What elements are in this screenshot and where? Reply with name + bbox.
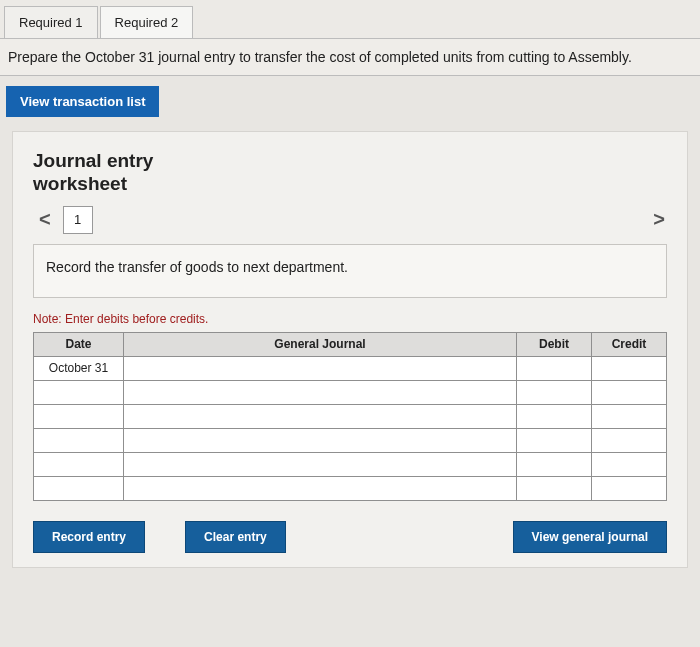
worksheet-title-line2: worksheet <box>33 173 127 194</box>
cell-general-journal[interactable] <box>124 428 517 452</box>
worksheet-title: Journal entry worksheet <box>33 150 667 196</box>
debits-before-credits-note: Note: Enter debits before credits. <box>33 312 667 326</box>
cell-date[interactable] <box>34 476 124 500</box>
table-row <box>34 404 667 428</box>
entry-nav: < 1 > <box>33 206 667 234</box>
cell-date[interactable] <box>34 380 124 404</box>
table-row <box>34 452 667 476</box>
journal-table-body: October 31 <box>34 356 667 500</box>
tab-required-1[interactable]: Required 1 <box>4 6 98 38</box>
entry-page-number[interactable]: 1 <box>63 206 93 234</box>
cell-debit[interactable] <box>517 452 592 476</box>
entry-description: Record the transfer of goods to next dep… <box>33 244 667 298</box>
cell-debit[interactable] <box>517 404 592 428</box>
view-general-journal-button[interactable]: View general journal <box>513 521 667 553</box>
cell-date[interactable] <box>34 452 124 476</box>
chevron-right-icon[interactable]: > <box>647 208 671 231</box>
cell-credit[interactable] <box>592 404 667 428</box>
tab-bar: Required 1 Required 2 <box>0 0 700 38</box>
cell-general-journal[interactable] <box>124 380 517 404</box>
cell-general-journal[interactable] <box>124 404 517 428</box>
table-row <box>34 476 667 500</box>
table-row <box>34 428 667 452</box>
table-row <box>34 380 667 404</box>
cell-credit[interactable] <box>592 428 667 452</box>
cell-date[interactable]: October 31 <box>34 356 124 380</box>
cell-credit[interactable] <box>592 452 667 476</box>
chevron-left-icon[interactable]: < <box>33 208 57 231</box>
cell-general-journal[interactable] <box>124 452 517 476</box>
header-date: Date <box>34 332 124 356</box>
tab-required-2[interactable]: Required 2 <box>100 6 194 38</box>
table-header-row: Date General Journal Debit Credit <box>34 332 667 356</box>
journal-table: Date General Journal Debit Credit Octobe… <box>33 332 667 501</box>
cell-credit[interactable] <box>592 356 667 380</box>
left-button-group: Record entry Clear entry <box>33 521 286 553</box>
cell-general-journal[interactable] <box>124 356 517 380</box>
action-button-row: Record entry Clear entry View general jo… <box>33 521 667 553</box>
header-general-journal: General Journal <box>124 332 517 356</box>
header-credit: Credit <box>592 332 667 356</box>
cell-general-journal[interactable] <box>124 476 517 500</box>
cell-debit[interactable] <box>517 380 592 404</box>
table-row: October 31 <box>34 356 667 380</box>
clear-entry-button[interactable]: Clear entry <box>185 521 286 553</box>
cell-debit[interactable] <box>517 428 592 452</box>
journal-worksheet-panel: Journal entry worksheet < 1 > Record the… <box>12 131 688 568</box>
header-debit: Debit <box>517 332 592 356</box>
cell-debit[interactable] <box>517 356 592 380</box>
view-transaction-list-button[interactable]: View transaction list <box>6 86 159 117</box>
cell-debit[interactable] <box>517 476 592 500</box>
worksheet-title-line1: Journal entry <box>33 150 153 171</box>
instruction-text: Prepare the October 31 journal entry to … <box>0 38 700 76</box>
cell-credit[interactable] <box>592 380 667 404</box>
cell-credit[interactable] <box>592 476 667 500</box>
cell-date[interactable] <box>34 404 124 428</box>
cell-date[interactable] <box>34 428 124 452</box>
record-entry-button[interactable]: Record entry <box>33 521 145 553</box>
